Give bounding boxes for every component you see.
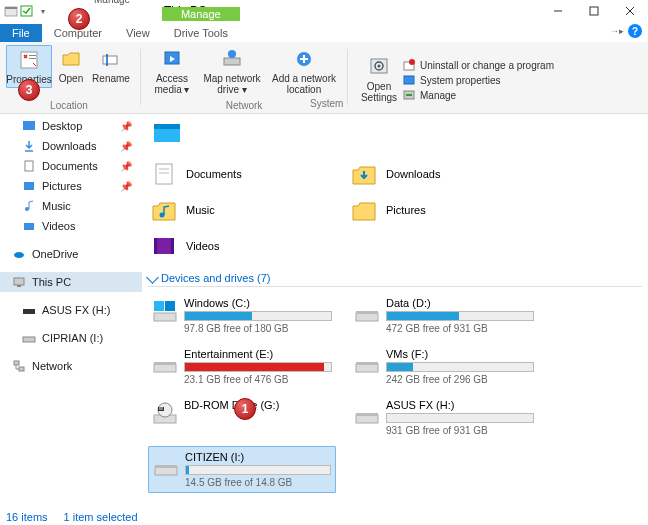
nav-asus-fx[interactable]: ASUS FX (H:) bbox=[0, 300, 142, 320]
maximize-button[interactable] bbox=[576, 0, 612, 22]
svg-rect-2 bbox=[21, 6, 32, 16]
svg-point-21 bbox=[409, 59, 415, 65]
pin-icon: 📌 bbox=[120, 181, 132, 192]
svg-rect-53 bbox=[356, 364, 378, 372]
folder-downloads[interactable]: Downloads bbox=[348, 158, 518, 190]
ribbon-group-system: Open Settings Uninstall or change a prog… bbox=[356, 45, 554, 113]
folders-section: Documents Downloads Music Pictures Video… bbox=[148, 116, 642, 262]
svg-rect-32 bbox=[17, 285, 21, 287]
svg-rect-29 bbox=[24, 223, 34, 230]
drive-icon bbox=[354, 299, 380, 325]
svg-rect-49 bbox=[356, 313, 378, 321]
qat-dropdown-icon[interactable]: ▾ bbox=[36, 4, 50, 18]
svg-rect-31 bbox=[14, 278, 24, 285]
nav-this-pc[interactable]: This PC bbox=[0, 272, 142, 292]
uninstall-program-button[interactable]: Uninstall or change a program bbox=[402, 58, 554, 72]
open-settings-button[interactable]: Open Settings bbox=[356, 53, 402, 105]
nav-desktop[interactable]: Desktop📌 bbox=[0, 116, 142, 136]
svg-rect-22 bbox=[404, 76, 414, 84]
svg-rect-60 bbox=[356, 413, 378, 416]
qat-checkmark-icon[interactable] bbox=[20, 4, 34, 18]
svg-rect-9 bbox=[29, 58, 36, 59]
selection-count: 1 item selected bbox=[64, 511, 138, 523]
drive-item[interactable]: Entertainment (E:)23.1 GB free of 476 GB bbox=[148, 344, 336, 389]
svg-point-30 bbox=[14, 252, 24, 258]
close-button[interactable] bbox=[612, 0, 648, 22]
folder-desktop[interactable] bbox=[148, 116, 318, 154]
drive-icon bbox=[354, 350, 380, 376]
manage-button[interactable]: Manage bbox=[402, 88, 554, 102]
ribbon: Properties Open Rename Location Access m… bbox=[0, 42, 648, 114]
system-properties-button[interactable]: System properties bbox=[402, 73, 554, 87]
folder-documents[interactable]: Documents bbox=[148, 158, 318, 190]
app-icon bbox=[4, 4, 18, 18]
minimize-button[interactable] bbox=[540, 0, 576, 22]
main-area: Desktop📌 Downloads📌 Documents📌 Pictures📌… bbox=[0, 114, 648, 502]
item-count: 16 items bbox=[6, 511, 48, 523]
drive-icon bbox=[153, 453, 179, 479]
status-bar: 16 items 1 item selected bbox=[6, 511, 138, 523]
svg-rect-8 bbox=[29, 55, 36, 56]
svg-rect-39 bbox=[156, 164, 172, 184]
svg-rect-54 bbox=[356, 362, 378, 365]
nav-onedrive[interactable]: OneDrive bbox=[0, 244, 142, 264]
svg-rect-48 bbox=[165, 301, 175, 311]
drive-item[interactable]: Windows (C:)97.8 GB free of 180 GB bbox=[148, 293, 336, 338]
svg-rect-27 bbox=[24, 182, 34, 190]
access-media-button[interactable]: Access media ▾ bbox=[149, 45, 195, 97]
drives-header[interactable]: Devices and drives (7) bbox=[148, 272, 642, 287]
drive-name: BD-ROM Drive (G:) bbox=[184, 399, 332, 411]
nav-pictures[interactable]: Pictures📌 bbox=[0, 176, 142, 196]
folder-videos[interactable]: Videos bbox=[148, 230, 318, 262]
tab-file[interactable]: File bbox=[0, 24, 42, 42]
svg-point-28 bbox=[25, 207, 29, 211]
drive-item[interactable]: Data (D:)472 GB free of 931 GB bbox=[350, 293, 538, 338]
settings-icon bbox=[367, 55, 391, 79]
folder-pictures[interactable]: Pictures bbox=[348, 194, 518, 226]
drives-section: Windows (C:)97.8 GB free of 180 GBData (… bbox=[148, 293, 642, 493]
svg-rect-51 bbox=[154, 364, 176, 372]
tab-drive-tools[interactable]: Drive Tools bbox=[162, 24, 240, 42]
nav-music[interactable]: Music bbox=[0, 196, 142, 216]
pin-icon: 📌 bbox=[120, 121, 132, 132]
add-network-location-button[interactable]: Add a network location bbox=[269, 45, 339, 97]
pin-icon: 📌 bbox=[120, 161, 132, 172]
quick-access-toolbar: ▾ bbox=[0, 4, 54, 18]
nav-ciprian[interactable]: CIPRIAN (I:) bbox=[0, 328, 142, 348]
nav-downloads[interactable]: Downloads📌 bbox=[0, 136, 142, 156]
rename-button[interactable]: Rename bbox=[90, 45, 132, 88]
help-area: →▸ ? bbox=[610, 24, 642, 38]
nav-videos[interactable]: Videos bbox=[0, 216, 142, 236]
add-location-icon bbox=[292, 47, 316, 71]
drive-name: Windows (C:) bbox=[184, 297, 332, 309]
svg-rect-44 bbox=[154, 238, 157, 254]
svg-rect-45 bbox=[171, 238, 174, 254]
navigation-pane: Desktop📌 Downloads📌 Documents📌 Pictures📌… bbox=[0, 114, 142, 502]
svg-rect-14 bbox=[224, 58, 240, 65]
tab-view[interactable]: View bbox=[114, 24, 162, 42]
nav-network[interactable]: Network bbox=[0, 356, 142, 376]
open-button[interactable]: Open bbox=[54, 45, 88, 88]
callout-2: 2 bbox=[68, 8, 90, 30]
help-icon[interactable]: ? bbox=[628, 24, 642, 38]
svg-rect-10 bbox=[103, 56, 117, 64]
drive-item[interactable]: CITIZEN (I:)14.5 GB free of 14.8 GB bbox=[148, 446, 336, 493]
context-label: Manage bbox=[162, 7, 240, 21]
nav-documents[interactable]: Documents📌 bbox=[0, 156, 142, 176]
system-props-icon bbox=[402, 73, 416, 87]
drive-item[interactable]: ASUS FX (H:)931 GB free of 931 GB bbox=[350, 395, 538, 440]
svg-rect-1 bbox=[5, 7, 17, 9]
folder-music[interactable]: Music bbox=[148, 194, 318, 226]
manage-icon bbox=[402, 88, 416, 102]
map-network-drive-button[interactable]: Map network drive ▾ bbox=[197, 45, 267, 97]
callout-3: 3 bbox=[18, 79, 40, 101]
map-drive-icon bbox=[220, 47, 244, 71]
svg-rect-47 bbox=[154, 301, 164, 311]
content-pane: Documents Downloads Music Pictures Video… bbox=[142, 114, 648, 502]
drive-name: VMs (F:) bbox=[386, 348, 534, 360]
ribbon-expand-icon[interactable]: →▸ bbox=[610, 26, 624, 36]
svg-rect-52 bbox=[154, 362, 176, 365]
drive-icon: BD bbox=[152, 401, 178, 427]
svg-rect-26 bbox=[25, 161, 33, 171]
drive-item[interactable]: VMs (F:)242 GB free of 296 GB bbox=[350, 344, 538, 389]
